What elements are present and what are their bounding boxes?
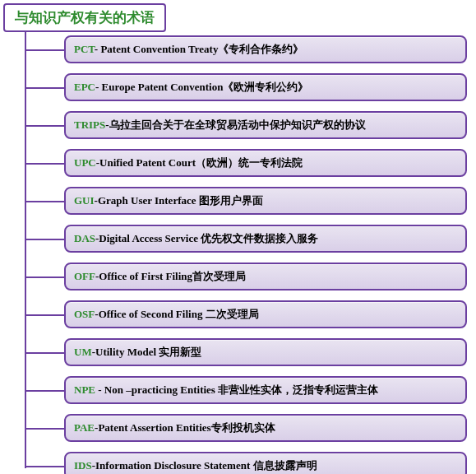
branch-line: [25, 201, 64, 202]
term-box: UPC-Unified Patent Court（欧洲）统一专利法院: [64, 149, 467, 177]
term-row: IDS-Information Disclosure Statement 信息披…: [25, 447, 476, 474]
term-box: TRIPS-乌拉圭回合关于在全球贸易活动中保护知识产权的协议: [64, 111, 467, 139]
term-acronym: IDS: [74, 459, 92, 472]
term-description: Office of Second Filing 二次受理局: [99, 308, 259, 320]
term-row: UM-Utility Model 实用新型: [25, 333, 476, 371]
term-box: OSF-Office of Second Filing 二次受理局: [64, 300, 467, 328]
term-description: Utility Model 实用新型: [95, 346, 201, 358]
term-acronym: DAS: [74, 232, 95, 244]
term-acronym: TRIPS: [74, 118, 105, 131]
term-acronym: OSF: [74, 308, 95, 320]
term-row: NPE - Non –practicing Entities 非营业性实体，泛指…: [25, 371, 476, 409]
term-box: NPE - Non –practicing Entities 非营业性实体，泛指…: [64, 376, 467, 404]
term-acronym: GUI: [74, 194, 95, 207]
term-acronym: PCT: [74, 43, 95, 55]
term-row: UPC-Unified Patent Court（欧洲）统一专利法院: [25, 144, 476, 182]
term-box: PCT- Patent Convention Treaty《专利合作条约》: [64, 35, 467, 63]
term-description: Graph User Interface 图形用户界面: [98, 194, 263, 207]
branch-line: [25, 352, 64, 354]
term-acronym: OFF: [74, 270, 95, 282]
term-box: IDS-Information Disclosure Statement 信息披…: [64, 452, 467, 474]
term-tree: PCT- Patent Convention Treaty《专利合作条约》EPC…: [25, 30, 476, 474]
term-row: OFF-Office of First Filing首次受理局: [25, 258, 476, 295]
term-row: PAE-Patent Assertion Entities专利投机实体: [25, 409, 476, 447]
branch-line: [25, 49, 64, 51]
branch-line: [25, 276, 64, 278]
term-acronym: PAE: [74, 421, 95, 434]
term-description: Patent Convention Treaty《专利合作条约》: [100, 43, 303, 55]
term-description: Office of First Filing首次受理局: [99, 270, 246, 282]
branch-line: [25, 87, 64, 89]
term-description: Non –practicing Entities 非营业性实体，泛指专利运营主体: [104, 383, 378, 396]
term-description: Europe Patent Convention《欧洲专利公约》: [102, 81, 309, 93]
root-title: 与知识产权有关的术语: [15, 10, 155, 26]
term-box: EPC- Europe Patent Convention《欧洲专利公约》: [64, 73, 467, 101]
term-row: EPC- Europe Patent Convention《欧洲专利公约》: [25, 68, 476, 106]
branch-line: [25, 466, 64, 467]
term-box: PAE-Patent Assertion Entities专利投机实体: [64, 414, 467, 442]
term-box: OFF-Office of First Filing首次受理局: [64, 263, 467, 290]
branch-line: [25, 314, 64, 316]
term-row: TRIPS-乌拉圭回合关于在全球贸易活动中保护知识产权的协议: [25, 106, 476, 144]
term-box: UM-Utility Model 实用新型: [64, 338, 467, 366]
branch-line: [25, 428, 64, 430]
term-separator: -: [95, 81, 102, 93]
term-separator: -: [98, 383, 104, 396]
term-row: OSF-Office of Second Filing 二次受理局: [25, 295, 476, 333]
term-description: Information Disclosure Statement 信息披露声明: [95, 459, 317, 472]
branch-line: [25, 390, 64, 392]
term-row: PCT- Patent Convention Treaty《专利合作条约》: [25, 30, 476, 68]
term-box: DAS-Digital Access Service 优先权文件数据接入服务: [64, 225, 467, 253]
term-description: Digital Access Service 优先权文件数据接入服务: [99, 232, 318, 244]
term-acronym: NPE: [74, 383, 98, 396]
branch-line: [25, 239, 64, 240]
term-acronym: EPC: [74, 81, 95, 93]
term-description: Patent Assertion Entities专利投机实体: [98, 421, 275, 434]
root-title-box: 与知识产权有关的术语: [3, 3, 166, 32]
term-row: DAS-Digital Access Service 优先权文件数据接入服务: [25, 220, 476, 258]
term-description: Unified Patent Court（欧洲）统一专利法院: [99, 156, 303, 169]
branch-line: [25, 163, 64, 165]
branch-line: [25, 125, 64, 127]
term-box: GUI-Graph User Interface 图形用户界面: [64, 187, 467, 215]
term-row: GUI-Graph User Interface 图形用户界面: [25, 182, 476, 220]
term-description: 乌拉圭回合关于在全球贸易活动中保护知识产权的协议: [109, 118, 366, 131]
term-acronym: UM: [74, 346, 92, 358]
term-acronym: UPC: [74, 156, 96, 169]
